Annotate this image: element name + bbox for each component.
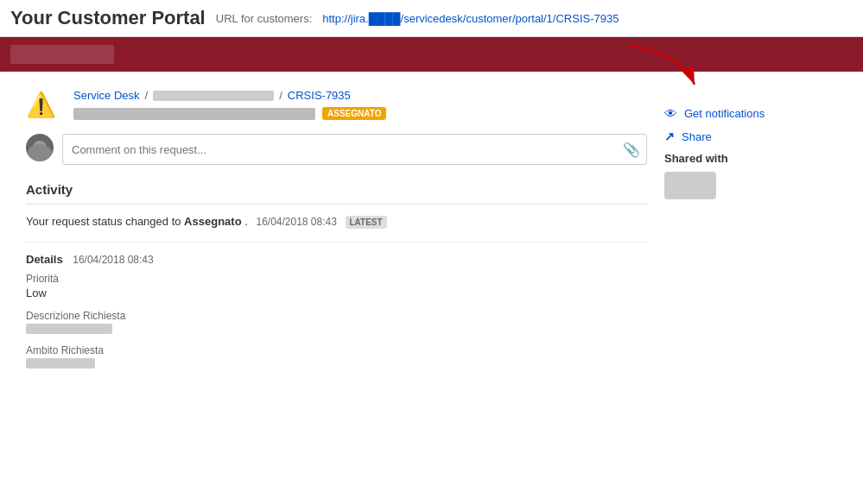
issue-id-link[interactable]: CRSIS-7935	[288, 89, 351, 102]
issue-title-blurred	[73, 108, 315, 120]
breadcrumb: Service Desk / / CRSIS-7935	[73, 89, 647, 102]
banner	[0, 37, 863, 72]
status-value: Assegnato	[184, 215, 241, 228]
page-title: Your Customer Portal	[10, 7, 206, 29]
breadcrumb-blurred	[153, 91, 274, 101]
shared-with-title: Shared with	[664, 152, 837, 165]
activity-section: Activity Your request status changed to …	[26, 182, 647, 369]
share-label: Share	[682, 130, 712, 143]
comment-input[interactable]	[62, 134, 647, 165]
eye-icon: 👁	[664, 106, 677, 121]
share-icon: ↗	[664, 129, 675, 143]
breadcrumb-sep1: /	[145, 89, 149, 102]
details-label: Details	[26, 253, 63, 266]
main-content: ⚠️ Service Desk / / CRSIS-7935 ASSEGNATO	[0, 72, 863, 396]
scope-value-blurred	[26, 358, 95, 369]
get-notifications-label: Get notifications	[684, 107, 765, 120]
details-header: Details 16/04/2018 08:43	[26, 253, 647, 266]
description-row: Descrizione Richiesta	[26, 310, 647, 334]
top-header: Your Customer Portal URL for customers: …	[0, 0, 863, 37]
left-panel: ⚠️ Service Desk / / CRSIS-7935 ASSEGNATO	[26, 89, 647, 379]
status-badge: ASSEGNATO	[322, 107, 386, 120]
activity-timestamp: 16/04/2018 08:43	[256, 216, 336, 228]
shared-avatars	[664, 172, 837, 199]
service-desk-link[interactable]: Service Desk	[73, 89, 140, 102]
priority-row: Priorità Low	[26, 273, 647, 299]
latest-badge: LATEST	[346, 216, 387, 229]
url-label: URL for customers:	[216, 12, 313, 25]
banner-logo	[10, 45, 114, 64]
activity-divider	[26, 204, 647, 205]
status-text: Your request status changed to Assegnato…	[26, 215, 647, 228]
comment-area: 📎	[26, 134, 647, 165]
right-panel: 👁 Get notifications ↗ Share Shared with	[664, 89, 837, 379]
status-suffix: .	[244, 215, 248, 228]
details-section: Details 16/04/2018 08:43 Priorità Low De…	[26, 242, 647, 369]
avatar	[26, 134, 54, 161]
comment-input-wrapper: 📎	[62, 134, 647, 165]
scope-label: Ambito Richiesta	[26, 344, 647, 356]
attachment-icon: 📎	[623, 142, 640, 158]
warning-icon: ⚠️	[26, 91, 56, 119]
activity-item: Your request status changed to Assegnato…	[26, 215, 647, 228]
issue-header: ⚠️ Service Desk / / CRSIS-7935 ASSEGNATO	[26, 89, 647, 120]
issue-info: Service Desk / / CRSIS-7935 ASSEGNATO	[73, 89, 647, 120]
scope-row: Ambito Richiesta	[26, 344, 647, 369]
description-label: Descrizione Richiesta	[26, 310, 647, 322]
activity-title: Activity	[26, 182, 647, 197]
get-notifications-button[interactable]: 👁 Get notifications	[664, 106, 837, 121]
share-button[interactable]: ↗ Share	[664, 129, 837, 143]
shared-avatar-blurred-1	[664, 172, 716, 199]
arrow-area	[664, 89, 837, 98]
portal-url-link[interactable]: http://jira.████/servicedesk/customer/po…	[322, 12, 619, 25]
breadcrumb-sep2: /	[279, 89, 282, 102]
priority-value: Low	[26, 287, 647, 299]
details-timestamp: 16/04/2018 08:43	[73, 254, 153, 266]
priority-label: Priorità	[26, 273, 647, 285]
status-prefix: Your request status changed to	[26, 215, 181, 228]
description-value-blurred	[26, 324, 112, 334]
issue-title-row: ASSEGNATO	[73, 107, 647, 120]
